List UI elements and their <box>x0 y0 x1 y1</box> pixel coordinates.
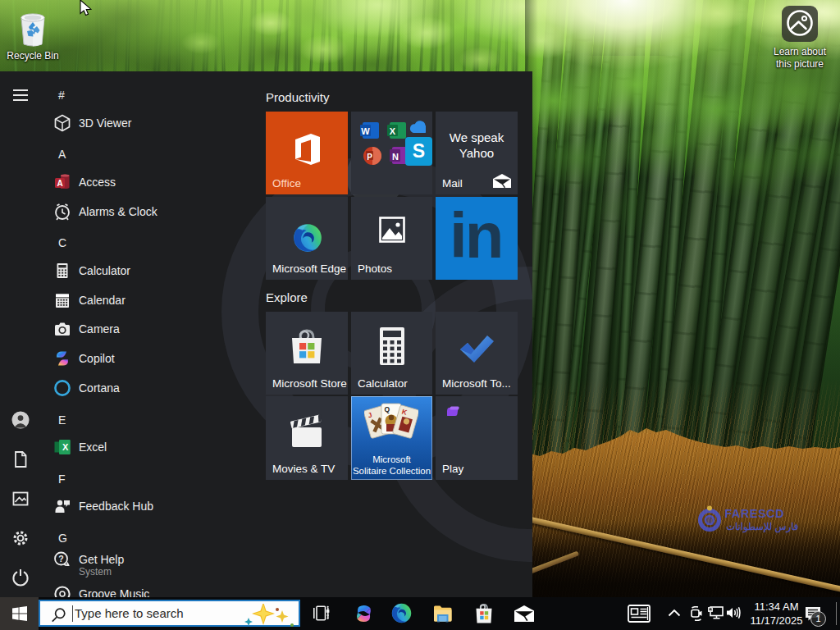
svg-text:A: A <box>57 179 62 188</box>
svg-text:FARESCD: FARESCD <box>724 507 784 520</box>
svg-text:?: ? <box>58 554 63 564</box>
svg-text:Q: Q <box>385 405 390 413</box>
svg-text:P: P <box>367 153 372 162</box>
svg-text:W: W <box>361 126 370 136</box>
svg-text:N: N <box>392 152 399 162</box>
svg-text:X: X <box>390 126 396 136</box>
svg-text:فارس للإسطوانات: فارس للإسطوانات <box>726 522 798 533</box>
svg-text:X: X <box>62 442 69 452</box>
